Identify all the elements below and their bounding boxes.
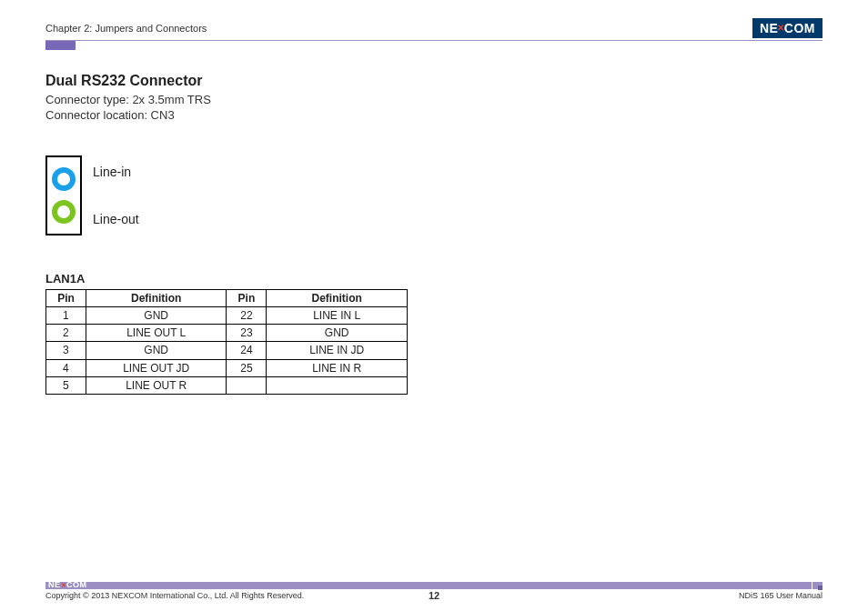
brand-pre: NE: [760, 21, 778, 35]
connector-figure: Line-in Line-out: [45, 155, 823, 235]
chapter-title: Chapter 2: Jumpers and Connectors: [45, 23, 207, 34]
table-row: 4 LINE OUT JD 25 LINE IN R: [46, 359, 408, 376]
th-def-1: Definition: [86, 289, 227, 306]
brand-post: COM: [784, 21, 815, 35]
section-tab: [45, 41, 76, 50]
connector-location: Connector location: CN3: [45, 108, 823, 124]
cell-def: LINE IN R: [267, 359, 408, 376]
table-header-row: Pin Definition Pin Definition: [46, 289, 408, 306]
cell-pin: 1: [46, 306, 86, 324]
th-pin-2: Pin: [227, 289, 267, 306]
cell-def: LINE OUT L: [86, 325, 227, 342]
table-row: 5 LINE OUT R: [46, 376, 408, 394]
cell-pin: 25: [227, 359, 267, 376]
line-out-jack-icon: [52, 200, 76, 224]
connector-type: Connector type: 2x 3.5mm TRS: [45, 93, 823, 108]
pin-table: Pin Definition Pin Definition 1 GND 22 L…: [45, 289, 408, 395]
cell-def: LINE IN JD: [267, 342, 408, 359]
cell-def: LINE IN L: [267, 306, 408, 324]
connector-body: [45, 155, 82, 235]
cell-pin: [227, 376, 267, 394]
cell-pin: 22: [227, 306, 267, 324]
line-out-label: Line-out: [93, 212, 139, 226]
table-row: 3 GND 24 LINE IN JD: [46, 342, 408, 359]
cell-pin: 3: [46, 342, 86, 359]
table-row: 2 LINE OUT L 23 GND: [46, 325, 408, 342]
cell-pin: 24: [227, 342, 267, 359]
footer: NE✕COM Copyright © 2013 NEXCOM Internati…: [45, 582, 823, 600]
line-in-label: Line-in: [93, 165, 139, 179]
header-rule: [45, 40, 823, 41]
cell-def: GND: [86, 342, 227, 359]
footer-logo: NE✕COM: [48, 580, 87, 589]
th-pin-1: Pin: [46, 289, 86, 306]
footer-bar: NE✕COM: [45, 582, 823, 589]
manual-name: NDiS 165 User Manual: [739, 591, 823, 600]
cell-pin: 2: [46, 325, 86, 342]
th-def-2: Definition: [267, 289, 408, 306]
copyright-text: Copyright © 2013 NEXCOM International Co…: [45, 591, 304, 600]
cell-pin: 23: [227, 325, 267, 342]
cell-def: GND: [267, 325, 408, 342]
line-in-jack-icon: [52, 167, 76, 191]
brand-x-icon: ✕: [777, 23, 785, 33]
page-number: 12: [429, 590, 439, 601]
cell-def: LINE OUT JD: [86, 359, 227, 376]
table-title: LAN1A: [45, 272, 823, 285]
brand-logo: NE✕COM: [752, 18, 823, 38]
cell-pin: 5: [46, 376, 86, 394]
section-title: Dual RS232 Connector: [45, 73, 823, 89]
cell-def: [267, 376, 408, 394]
cell-pin: 4: [46, 359, 86, 376]
table-row: 1 GND 22 LINE IN L: [46, 306, 408, 324]
cell-def: GND: [86, 306, 227, 324]
cell-def: LINE OUT R: [86, 376, 227, 394]
